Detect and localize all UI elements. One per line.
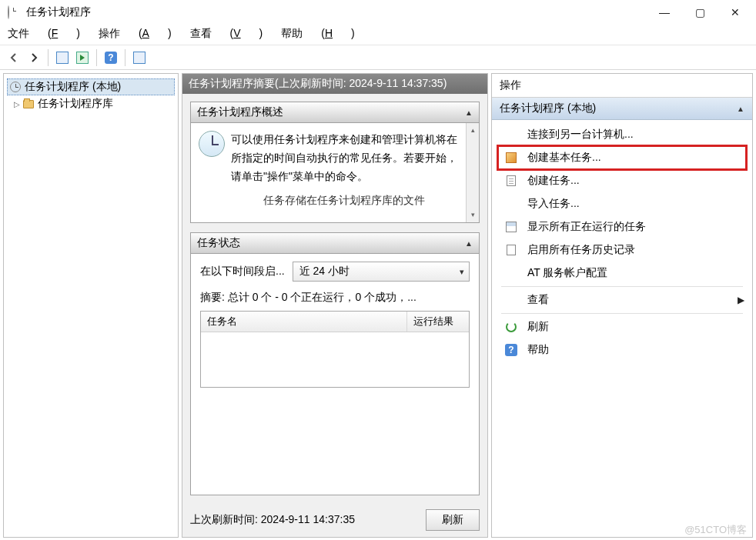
menu-action[interactable]: 操作(A): [99, 27, 172, 41]
tree-library[interactable]: ▷ 任务计划程序库: [7, 95, 175, 112]
center-header: 任务计划程序摘要(上次刷新时间: 2024-9-11 14:37:35): [182, 74, 487, 94]
toolbar-button-3[interactable]: [130, 48, 149, 67]
menu-help[interactable]: 帮助(H): [281, 27, 354, 41]
menu-view[interactable]: 查看(V): [190, 27, 263, 41]
list-header: 任务名 运行结果: [201, 312, 469, 332]
action-label: AT 服务帐户配置: [527, 266, 608, 280]
refresh-button[interactable]: 刷新: [426, 509, 480, 531]
col-run-result[interactable]: 运行结果: [407, 312, 469, 332]
collapse-icon[interactable]: ▲: [465, 239, 473, 248]
action-label: 启用所有任务历史记录: [527, 243, 635, 257]
last-refresh-label: 上次刷新时间: 2024-9-11 14:37:35: [190, 513, 355, 527]
overview-section: 任务计划程序概述 ▲ 可以使用任务计划程序来创建和管理计算机将在所指定的时间自动…: [190, 102, 480, 223]
chevron-right-icon: ▶: [738, 295, 744, 305]
folder-icon: [22, 98, 35, 110]
clock-icon: [199, 131, 225, 157]
status-section: 任务状态 ▲ 在以下时间段启... 近 24 小时 摘要: 总计 0 个 - 0…: [190, 232, 480, 495]
action-item[interactable]: 启用所有任务历史记录: [492, 238, 752, 262]
help-icon: ?: [504, 343, 518, 357]
none-icon: [504, 266, 518, 280]
action-item[interactable]: 创建任务...: [492, 169, 752, 192]
toolbar-button-1[interactable]: [53, 48, 72, 67]
menubar: 文件(F) 操作(A) 查看(V) 帮助(H): [0, 25, 756, 43]
action-label: 创建任务...: [527, 174, 580, 188]
none-icon: [504, 128, 518, 142]
toolbar: ?: [0, 45, 756, 70]
actions-header: 操作: [492, 74, 752, 98]
toolbar-divider: [125, 49, 125, 66]
action-item[interactable]: AT 服务帐户配置: [492, 262, 752, 285]
forward-button[interactable]: [25, 48, 43, 67]
period-combobox[interactable]: 近 24 小时: [293, 262, 470, 282]
toolbar-button-2[interactable]: [73, 48, 92, 67]
none-icon: [504, 293, 518, 307]
none-icon: [504, 197, 518, 211]
toolbar-divider: [96, 49, 97, 66]
actions-subheader[interactable]: 任务计划程序 (本地) ▲: [492, 98, 752, 120]
action-item[interactable]: 创建基本任务...: [492, 146, 752, 169]
table-icon: [504, 220, 518, 234]
action-label: 刷新: [527, 320, 549, 334]
actions-list: 连接到另一台计算机...创建基本任务...创建任务...导入任务...显示所有正…: [492, 120, 752, 365]
action-label: 连接到另一台计算机...: [527, 128, 634, 142]
watermark: @51CTO博客: [684, 523, 747, 537]
refresh-icon: [504, 320, 518, 334]
maximize-button[interactable]: ▢: [682, 0, 718, 25]
minimize-button[interactable]: —: [647, 0, 682, 25]
collapse-icon[interactable]: ▲: [737, 105, 744, 113]
center-footer: 上次刷新时间: 2024-9-11 14:37:35 刷新: [182, 503, 487, 537]
toolbar-help-button[interactable]: ?: [102, 48, 120, 67]
close-button[interactable]: ✕: [718, 0, 753, 25]
scrollbar[interactable]: ▴▾: [466, 123, 479, 222]
hist-icon: [504, 243, 518, 257]
navigation-tree[interactable]: 任务计划程序 (本地) ▷ 任务计划程序库: [3, 73, 179, 538]
center-body: 任务计划程序概述 ▲ 可以使用任务计划程序来创建和管理计算机将在所指定的时间自动…: [182, 94, 487, 503]
tree-root-label: 任务计划程序 (本地): [25, 80, 121, 94]
action-label: 创建基本任务...: [527, 151, 601, 165]
action-item[interactable]: 查看▶: [492, 288, 752, 312]
action-item[interactable]: 显示所有正在运行的任务: [492, 215, 752, 238]
actions-sub-label: 任务计划程序 (本地): [500, 102, 596, 115]
status-body: 在以下时间段启... 近 24 小时 摘要: 总计 0 个 - 0 个正在运行，…: [190, 254, 480, 495]
action-item[interactable]: ?帮助: [492, 338, 752, 362]
action-item[interactable]: 刷新: [492, 315, 752, 338]
action-label: 查看: [527, 293, 549, 307]
doc-icon: [504, 174, 518, 188]
main-area: 任务计划程序 (本地) ▷ 任务计划程序库 任务计划程序摘要(上次刷新时间: 2…: [0, 70, 756, 540]
tree-library-label: 任务计划程序库: [38, 97, 113, 111]
tree-root[interactable]: 任务计划程序 (本地): [7, 78, 175, 95]
status-title: 任务状态: [197, 236, 240, 250]
period-row: 在以下时间段启... 近 24 小时: [200, 262, 470, 282]
overview-body: 可以使用任务计划程序来创建和管理计算机将在所指定的时间自动执行的常见任务。若要开…: [190, 123, 480, 223]
center-panel: 任务计划程序摘要(上次刷新时间: 2024-9-11 14:37:35) 任务计…: [182, 73, 488, 538]
period-value: 近 24 小时: [299, 265, 350, 278]
action-item[interactable]: 导入任务...: [492, 192, 752, 215]
divider: [501, 286, 743, 287]
app-icon: [8, 6, 20, 18]
overview-title: 任务计划程序概述: [197, 105, 283, 119]
back-button[interactable]: [5, 48, 23, 67]
overview-text-wrap: 可以使用任务计划程序来创建和管理计算机将在所指定的时间自动执行的常见任务。若要开…: [231, 131, 471, 215]
summary-line: 摘要: 总计 0 个 - 0 个正在运行，0 个成功，...: [200, 291, 470, 305]
overview-header[interactable]: 任务计划程序概述 ▲: [190, 102, 480, 123]
wand-icon: [504, 151, 518, 165]
divider: [501, 313, 743, 314]
overview-text: 可以使用任务计划程序来创建和管理计算机将在所指定的时间自动执行的常见任务。若要开…: [231, 131, 457, 185]
action-label: 导入任务...: [527, 197, 580, 211]
titlebar: 任务计划程序 — ▢ ✕: [0, 0, 756, 25]
window-controls: — ▢ ✕: [647, 0, 753, 25]
action-label: 帮助: [527, 343, 549, 357]
overview-tail: 任务存储在任务计划程序库的文件: [231, 192, 457, 210]
menu-file[interactable]: 文件(F): [8, 27, 80, 41]
action-label: 显示所有正在运行的任务: [527, 220, 646, 234]
clock-icon: [9, 81, 22, 93]
task-list[interactable]: 任务名 运行结果: [200, 311, 470, 388]
actions-panel: 操作 任务计划程序 (本地) ▲ 连接到另一台计算机...创建基本任务...创建…: [491, 73, 753, 538]
period-label: 在以下时间段启...: [200, 265, 285, 278]
action-item[interactable]: 连接到另一台计算机...: [492, 123, 752, 146]
status-header[interactable]: 任务状态 ▲: [190, 232, 480, 254]
collapse-icon[interactable]: ▲: [465, 108, 473, 117]
col-task-name[interactable]: 任务名: [201, 312, 407, 332]
window-title: 任务计划程序: [26, 5, 647, 19]
expand-icon[interactable]: ▷: [12, 100, 22, 108]
